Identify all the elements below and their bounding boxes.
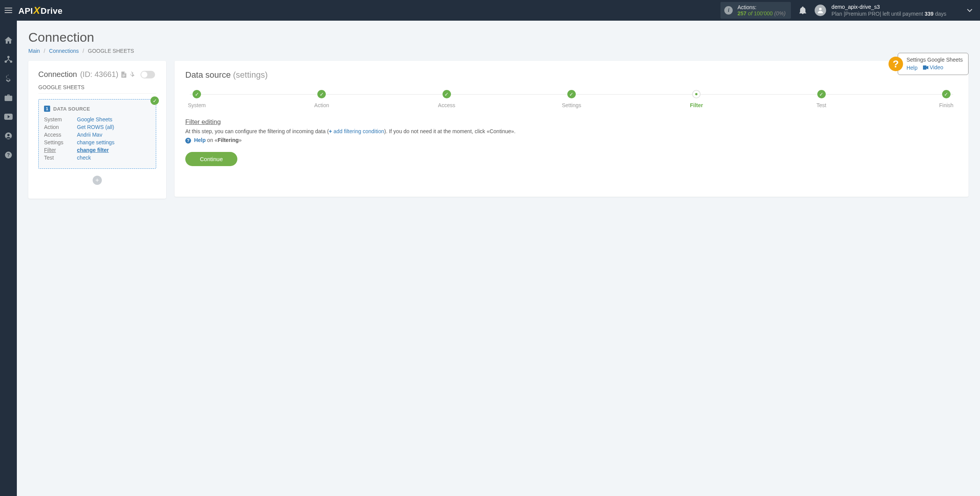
check-icon: ✓ [150, 96, 159, 105]
left-nav: ? [0, 21, 17, 496]
ds-k-action: Action [44, 124, 77, 130]
video-icon [923, 65, 928, 70]
step-label: Finish [939, 102, 953, 108]
step-access[interactable]: ✓Access [435, 90, 458, 108]
filter-editing-text: At this step, you can configure the filt… [185, 127, 958, 135]
ds-v-filter[interactable]: change filter [77, 147, 109, 153]
gear-icon[interactable] [129, 72, 134, 78]
bell-icon[interactable] [799, 7, 806, 14]
step-test[interactable]: ✓Test [810, 90, 833, 108]
actions-counter[interactable]: i Actions: 257 of 100'000 (0%) [720, 2, 791, 19]
actions-limit: 100'000 [754, 10, 773, 16]
connection-subtitle: GOOGLE SHEETS [38, 84, 156, 94]
help-balloon: ? Settings Google Sheets Help Video [889, 53, 969, 75]
main-card-title: Data source [185, 70, 231, 80]
youtube-icon[interactable] [4, 113, 13, 121]
ds-v-access[interactable]: Andrii Mav [77, 132, 102, 138]
ds-k-settings: Settings [44, 139, 77, 145]
user-menu[interactable]: demo_apix-drive_s3 Plan |Premium PRO| le… [815, 3, 977, 17]
step-settings[interactable]: ✓Settings [560, 90, 583, 108]
step-label: Action [314, 102, 329, 108]
step-system[interactable]: ✓System [185, 90, 208, 108]
actions-label: Actions: [737, 4, 786, 10]
step-action[interactable]: ✓Action [310, 90, 333, 108]
ds-k-access: Access [44, 132, 77, 138]
help-icon[interactable]: ? [4, 151, 13, 159]
main-content: ? Settings Google Sheets Help Video Conn… [17, 21, 980, 496]
data-source-box[interactable]: ✓ 1 DATA SOURCE SystemGoogle Sheets Acti… [38, 99, 156, 169]
step-label: Settings [562, 102, 581, 108]
svg-point-1 [7, 56, 10, 58]
username: demo_apix-drive_s3 [831, 3, 946, 10]
home-icon[interactable] [4, 36, 13, 44]
wizard-steps: ✓System✓Action✓Access✓SettingsFilter✓Tes… [185, 90, 958, 108]
briefcase-icon[interactable] [4, 93, 13, 102]
step-label: System [188, 102, 206, 108]
help-link[interactable]: Help [906, 65, 918, 71]
svg-rect-9 [923, 65, 926, 70]
avatar-icon [815, 5, 826, 16]
breadcrumb-current: GOOGLE SHEETS [88, 48, 134, 54]
help-line: ? Help on «Filtering» [185, 137, 958, 144]
svg-point-0 [819, 8, 822, 10]
page-title: Connection [28, 30, 969, 45]
connection-card-title: Connection [38, 70, 77, 79]
help-question-icon: ? [185, 138, 191, 144]
filter-editing-header: Filter editing [185, 118, 958, 126]
top-header: API X Drive i Actions: 257 of 100'000 (0… [0, 0, 980, 21]
menu-icon[interactable] [3, 8, 14, 13]
continue-button[interactable]: Continue [185, 152, 237, 166]
help-balloon-title: Settings Google Sheets [906, 56, 963, 64]
connections-icon[interactable] [4, 55, 13, 64]
svg-rect-10 [122, 75, 125, 75]
data-source-settings-card: Data source (settings) ✓System✓Action✓Ac… [175, 61, 969, 197]
svg-text:?: ? [7, 152, 10, 158]
ds-v-action[interactable]: Get ROWS (all) [77, 124, 114, 130]
main-card-subtitle: (settings) [233, 70, 268, 80]
ds-v-settings[interactable]: change settings [77, 139, 114, 145]
add-button[interactable]: + [93, 176, 102, 185]
document-icon[interactable] [121, 72, 126, 78]
step-filter[interactable]: Filter [685, 90, 708, 108]
ds-k-system: System [44, 116, 77, 122]
video-link[interactable]: Video [930, 64, 944, 72]
billing-icon[interactable] [4, 74, 13, 83]
actions-count: 257 [737, 10, 746, 16]
connection-toggle[interactable] [140, 71, 155, 78]
chevron-down-icon [967, 9, 972, 12]
logo-post: Drive [41, 6, 63, 16]
logo-pre: API [18, 6, 33, 16]
svg-rect-11 [122, 75, 125, 76]
svg-rect-12 [122, 76, 124, 77]
ds-v-system[interactable]: Google Sheets [77, 116, 113, 122]
question-icon[interactable]: ? [889, 57, 903, 71]
info-icon: i [724, 6, 733, 15]
step-label: Test [817, 102, 826, 108]
breadcrumb-connections[interactable]: Connections [49, 48, 79, 54]
ds-header: DATA SOURCE [53, 106, 90, 112]
ds-k-test: Test [44, 155, 77, 161]
ds-k-filter: Filter [44, 147, 77, 153]
actions-pct: (0%) [774, 10, 786, 16]
ds-number-badge: 1 [44, 106, 50, 112]
step-label: Filter [690, 102, 703, 108]
user-icon[interactable] [4, 132, 13, 140]
svg-point-6 [7, 134, 10, 136]
plan-line: Plan |Premium PRO| left until payment 33… [831, 10, 946, 17]
actions-of: of [748, 10, 753, 16]
help-balloon-box: Settings Google Sheets Help Video [898, 53, 969, 75]
logo[interactable]: API X Drive [18, 5, 63, 16]
connection-card: Connection (ID: 43661) GOOGLE SHEETS ✓ 1… [28, 61, 166, 199]
ds-v-test[interactable]: check [77, 155, 91, 161]
breadcrumb: Main / Connections / GOOGLE SHEETS [28, 48, 969, 54]
breadcrumb-main[interactable]: Main [28, 48, 40, 54]
step-finish[interactable]: ✓Finish [935, 90, 958, 108]
filtering-help-link[interactable]: Help [194, 137, 206, 143]
step-label: Access [438, 102, 455, 108]
add-filtering-condition-link[interactable]: + add filtering condition [329, 128, 384, 134]
logo-x: X [33, 5, 40, 16]
connection-id: (ID: 43661) [80, 70, 118, 79]
